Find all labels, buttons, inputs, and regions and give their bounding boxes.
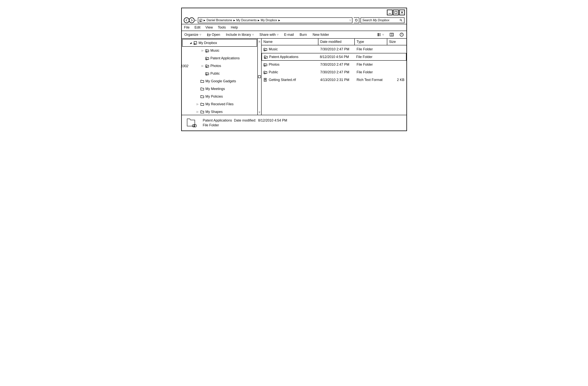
forward-button[interactable] xyxy=(189,17,195,23)
file-type: File Folder xyxy=(355,63,387,66)
tree-toggle-icon[interactable]: ▷ xyxy=(201,64,204,67)
tree-toggle-icon[interactable]: ▷ xyxy=(196,110,199,113)
tree-item[interactable]: My Google Gadgets xyxy=(182,77,257,85)
search-icon xyxy=(399,19,403,22)
refresh-button[interactable] xyxy=(354,17,359,23)
tree-item[interactable]: ▷My Shapes xyxy=(182,108,257,116)
folder-icon xyxy=(200,79,204,83)
include-library-button[interactable]: Include in library ▽ xyxy=(226,33,254,37)
titlebar xyxy=(182,8,406,17)
chevron-right-icon: ▶ xyxy=(278,19,280,22)
open-button[interactable]: Open xyxy=(207,33,220,37)
tree-item-label: My Google Gadgets xyxy=(206,79,236,83)
tree-item[interactable]: Patent Applications xyxy=(182,54,257,62)
menu-edit[interactable]: Edit xyxy=(195,25,201,29)
file-date: 7/30/2010 2:47 PM xyxy=(318,47,355,51)
column-name[interactable]: Name xyxy=(262,39,318,45)
share-with-button[interactable]: Share with ▽ xyxy=(259,33,278,37)
breadcrumb[interactable]: ▶ Daniel Brownstone ▶ My Documents ▶ My … xyxy=(198,17,352,23)
preview-pane-button[interactable] xyxy=(390,33,394,37)
tree-item-label: My Shapes xyxy=(206,110,223,114)
file-size: 2 KB xyxy=(387,78,406,82)
tree-item-label: My Meetings xyxy=(206,87,225,91)
tree-item[interactable]: ▷My Received Files xyxy=(182,100,257,108)
sync-folder-icon xyxy=(205,56,209,60)
file-row[interactable]: Photos7/30/2010 2:47 PMFile Folder xyxy=(262,61,406,68)
folder-shared-icon xyxy=(186,118,197,128)
tree-item-label: My Received Files xyxy=(206,102,234,106)
file-type: File Folder xyxy=(355,47,387,51)
details-date: 8/12/2010 4:54 PM xyxy=(258,118,287,122)
tree-item[interactable]: ▷Photos xyxy=(182,62,257,70)
folder-icon xyxy=(200,87,204,91)
scroll-thumb[interactable] xyxy=(258,75,261,78)
file-name: Photos xyxy=(269,63,280,66)
file-date: 7/30/2010 2:47 PM xyxy=(318,63,355,66)
sync-folder-icon xyxy=(205,64,209,68)
tree-toggle-icon[interactable]: ◢ xyxy=(189,42,192,44)
breadcrumb-segment[interactable]: My Dropbox xyxy=(261,19,277,22)
tree-item[interactable]: My Policies xyxy=(182,93,257,100)
folder-icon xyxy=(200,102,204,106)
menu-help[interactable]: Help xyxy=(231,25,238,29)
menu-view[interactable]: View xyxy=(206,25,213,29)
breadcrumb-segment[interactable]: Daniel Brownstone xyxy=(207,19,232,22)
file-name: Music xyxy=(269,47,278,51)
file-type: Rich Text Format xyxy=(355,78,387,82)
file-row[interactable]: Public7/30/2010 2:47 PMFile Folder xyxy=(262,68,406,76)
tree-item[interactable]: Public xyxy=(182,70,257,77)
tree-item-label: Music xyxy=(210,49,219,53)
file-date: 8/12/2010 4:54 PM xyxy=(318,55,354,59)
scroll-up-icon[interactable]: ▵ xyxy=(259,40,260,43)
folder-icon xyxy=(200,95,204,98)
minimize-button[interactable] xyxy=(387,10,393,15)
file-row[interactable]: Music7/30/2010 2:47 PMFile Folder xyxy=(262,45,406,53)
column-size[interactable]: Size xyxy=(387,39,406,45)
tree-toggle-icon[interactable]: ▷ xyxy=(196,103,199,106)
file-type: File Folder xyxy=(354,55,387,59)
view-options-button[interactable]: ▽ xyxy=(377,33,384,37)
sync-folder-icon xyxy=(205,49,209,52)
sync-folder-icon xyxy=(263,47,267,51)
dropbox-icon xyxy=(193,41,197,45)
column-date[interactable]: Date modified xyxy=(318,39,355,45)
help-button[interactable] xyxy=(399,33,404,37)
sync-folder-icon xyxy=(264,55,268,59)
menu-tools[interactable]: Tools xyxy=(218,25,226,29)
burn-button[interactable]: Burn xyxy=(300,33,307,37)
organize-button[interactable]: Organize ▽ xyxy=(185,33,201,37)
chevron-right-icon: ▶ xyxy=(233,19,235,22)
breadcrumb-segment[interactable]: My Documents xyxy=(236,19,257,22)
scroll-down-icon[interactable]: ▿ xyxy=(259,110,260,114)
folder-tree: ◢My Dropbox▷MusicPatent Applications▷Pho… xyxy=(182,39,257,115)
tree-item-label: Patent Applications xyxy=(210,56,240,60)
tree-scrollbar[interactable]: ▵ ▿ xyxy=(257,39,261,115)
maximize-button[interactable] xyxy=(393,10,399,15)
file-row[interactable]: Getting Started.rtf4/13/2010 2:31 PMRich… xyxy=(262,76,406,84)
tree-item[interactable]: ◢My Dropbox xyxy=(182,39,257,47)
column-type[interactable]: Type xyxy=(355,39,387,45)
email-button[interactable]: E-mail xyxy=(284,33,294,37)
tree-item-label: Photos xyxy=(210,64,221,68)
new-folder-button[interactable]: New folder xyxy=(313,33,329,37)
details-name: Patent Applications xyxy=(203,118,232,122)
search-placeholder: Search My Dropbox xyxy=(362,19,389,22)
sync-folder-icon xyxy=(263,70,267,74)
search-input[interactable]: Search My Dropbox xyxy=(360,17,404,23)
rtf-icon xyxy=(263,78,267,82)
breadcrumb-dropdown[interactable]: ▽ xyxy=(349,19,351,22)
back-button[interactable] xyxy=(184,17,189,23)
menu-file[interactable]: File xyxy=(184,25,190,29)
file-row[interactable]: Patent Applications8/12/2010 4:54 PMFile… xyxy=(262,53,406,61)
tree-item-label: My Dropbox xyxy=(199,41,217,45)
file-name: Public xyxy=(269,70,278,74)
tree-item[interactable]: My Meetings xyxy=(182,85,257,93)
details-type: File Folder xyxy=(203,123,287,128)
close-button[interactable] xyxy=(399,10,405,15)
navbar: ▼ ▶ Daniel Brownstone ▶ My Documents ▶ M… xyxy=(182,17,406,24)
tree-item[interactable]: ▷Music xyxy=(182,47,257,54)
history-dropdown[interactable]: ▼ xyxy=(195,19,197,21)
toolbar: Organize ▽ Open Include in library ▽ Sha… xyxy=(182,31,406,39)
chevron-right-icon: ▶ xyxy=(204,19,205,22)
tree-toggle-icon[interactable]: ▷ xyxy=(201,49,204,52)
